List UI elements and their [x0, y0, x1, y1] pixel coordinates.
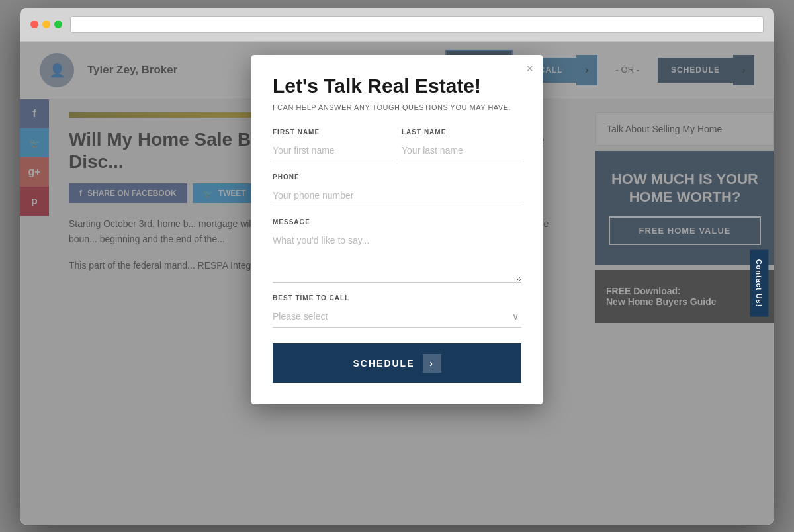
first-name-label: FIRST NAME — [273, 128, 392, 136]
modal-title: Let's Talk Real Estate! — [273, 75, 521, 97]
best-time-select-wrapper: Please select Morning Afternoon Evening … — [273, 306, 521, 328]
name-row: FIRST NAME LAST NAME — [273, 128, 521, 161]
phone-group: PHONE — [273, 173, 521, 206]
modal-overlay[interactable]: × Let's Talk Real Estate! I CAN HELP ANS… — [20, 42, 774, 525]
close-button[interactable] — [30, 21, 38, 28]
last-name-group: LAST NAME — [402, 128, 521, 161]
phone-label: PHONE — [273, 173, 521, 181]
contact-us-tab[interactable]: Contact Us! — [750, 249, 769, 316]
last-name-input[interactable] — [402, 140, 521, 161]
maximize-button[interactable] — [54, 21, 62, 28]
modal-dialog: × Let's Talk Real Estate! I CAN HELP ANS… — [251, 55, 543, 405]
first-name-input[interactable] — [273, 140, 392, 161]
best-time-label: BEST TIME TO CALL — [273, 294, 521, 302]
message-input[interactable] — [273, 230, 521, 283]
message-group: MESSAGE — [273, 218, 521, 283]
best-time-select[interactable]: Please select Morning Afternoon Evening — [273, 306, 521, 327]
phone-input[interactable] — [273, 185, 521, 206]
traffic-lights — [30, 21, 62, 28]
modal-subtitle: I CAN HELP ANSWER ANY TOUGH QUESTIONS YO… — [273, 102, 521, 113]
schedule-arrow-icon: › — [423, 354, 441, 373]
page-background: 👤 Tyler Zey, Broker COLDWELL BANKER ® CA… — [20, 42, 774, 525]
message-label: MESSAGE — [273, 218, 521, 226]
last-name-label: LAST NAME — [402, 128, 521, 136]
browser-chrome — [20, 8, 774, 42]
minimize-button[interactable] — [42, 21, 50, 28]
best-time-group: BEST TIME TO CALL Please select Morning … — [273, 294, 521, 328]
address-bar[interactable] — [70, 16, 764, 33]
close-icon[interactable]: × — [526, 63, 533, 75]
schedule-submit-button[interactable]: SCHEDULE › — [273, 343, 521, 383]
first-name-group: FIRST NAME — [273, 128, 392, 161]
